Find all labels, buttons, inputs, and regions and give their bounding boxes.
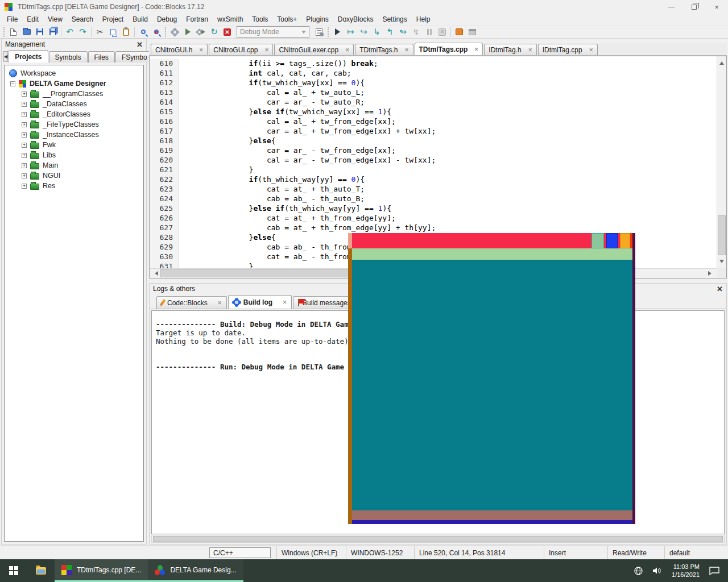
scroll-up-icon[interactable]	[719, 59, 724, 65]
app-preview-window[interactable]	[348, 233, 635, 524]
compiler-options-button[interactable]	[312, 26, 325, 38]
find-button[interactable]	[136, 26, 150, 38]
vertical-scrollbar[interactable]	[717, 56, 726, 268]
expander-plus-icon[interactable]: +	[22, 132, 27, 138]
tree-item-editorclasses[interactable]: +_EditorClasses	[5, 109, 143, 119]
logs-horizontal-scrollbar[interactable]	[151, 535, 725, 543]
titlebar[interactable]: TDtmlTags.cpp [DELTA Game Designer] - Co…	[0, 0, 728, 14]
line-number[interactable]: 631	[150, 261, 179, 268]
scroll-left-icon[interactable]	[152, 271, 158, 276]
rebuild-button[interactable]: ↻	[208, 26, 221, 38]
step-out-button[interactable]: ↰	[383, 26, 396, 38]
step-into-button[interactable]: ↳	[370, 26, 383, 38]
replace-button[interactable]	[150, 26, 163, 38]
redo-button[interactable]: ↷	[76, 26, 89, 38]
line-number[interactable]: 623	[150, 184, 179, 194]
line-number[interactable]: 621	[150, 165, 179, 174]
line-number[interactable]: 628	[150, 232, 179, 242]
tabs-scroll-left-button[interactable]: ◀	[3, 51, 8, 62]
tree-item-filetypeclasses[interactable]: +_FileTypeClasses	[5, 119, 143, 130]
tree-item-res[interactable]: +Res	[5, 181, 143, 191]
preview-canvas[interactable]	[352, 260, 632, 510]
line-number[interactable]: 611	[150, 68, 179, 78]
expander-minus-icon[interactable]: −	[10, 81, 15, 86]
tab-fsymbo[interactable]: FSymbo	[115, 51, 154, 63]
scroll-down-icon[interactable]	[719, 260, 724, 265]
line-number[interactable]: 612	[150, 78, 179, 88]
expander-plus-icon[interactable]: +	[22, 163, 27, 168]
tree-item-delta-game-designer[interactable]: −DELTA Game Designer	[5, 78, 143, 89]
logs-tab-code-blocks[interactable]: Code::Blocks×	[156, 296, 227, 309]
menu-item-doxyblocks[interactable]: DoxyBlocks	[333, 14, 378, 24]
paste-button[interactable]	[119, 26, 133, 38]
expander-plus-icon[interactable]: +	[22, 173, 27, 178]
menu-item-debug[interactable]: Debug	[152, 14, 181, 24]
toolbar-gripper[interactable]	[3, 27, 5, 37]
tab-symbols[interactable]: Symbols	[49, 51, 88, 63]
network-icon[interactable]	[634, 566, 643, 576]
stop-debug-button[interactable]: ✕	[436, 26, 449, 38]
menu-item-fortran[interactable]: Fortran	[181, 14, 213, 24]
pause-debug-button[interactable]	[423, 26, 436, 38]
close-logs-icon[interactable]: ✕	[717, 285, 723, 293]
close-tab-icon[interactable]: ×	[264, 46, 268, 54]
line-number[interactable]: 626	[150, 213, 179, 223]
menu-item-view[interactable]: View	[43, 14, 67, 24]
line-number[interactable]: 615	[150, 107, 179, 117]
tab-projects[interactable]: Projects	[9, 50, 48, 63]
save-button[interactable]	[33, 26, 46, 38]
file-explorer-button[interactable]	[27, 559, 55, 582]
step-into-instruction-button[interactable]: ↯	[410, 26, 423, 38]
close-tab-icon[interactable]: ×	[528, 46, 532, 54]
expander-plus-icon[interactable]: +	[22, 184, 27, 189]
line-number[interactable]: 624	[150, 194, 179, 203]
tree-item-workspace[interactable]: Workspace	[5, 68, 143, 78]
build-target-select[interactable]: Debug Mode	[237, 26, 309, 38]
tree-item-dataclasses[interactable]: +_DataClasses	[5, 99, 143, 109]
line-number[interactable]: 610	[150, 59, 179, 68]
editor-tab-cnitroguilexer-cpp[interactable]: CNitroGuiLexer.cpp×	[274, 44, 354, 55]
preview-titlebar[interactable]	[352, 233, 632, 248]
editor-tab-idtmltag-h[interactable]: IDtmlTag.h×	[484, 44, 536, 55]
line-number[interactable]: 620	[150, 155, 179, 165]
expander-plus-icon[interactable]: +	[22, 92, 27, 97]
line-number[interactable]: 617	[150, 126, 179, 136]
line-number[interactable]: 627	[150, 223, 179, 232]
expander-plus-icon[interactable]: +	[22, 112, 27, 117]
editor-tab-idtmltag-cpp[interactable]: IDtmlTag.cpp×	[538, 44, 598, 55]
editor-tab-cnitrogui-cpp[interactable]: CNitroGUI.cpp×	[209, 44, 273, 55]
tree-item-programclasses[interactable]: +__ProgramClasses	[5, 89, 143, 99]
scroll-right-icon[interactable]	[708, 271, 714, 276]
line-number[interactable]: 625	[150, 203, 179, 213]
menu-item-wxsmith[interactable]: wxSmith	[213, 14, 247, 24]
new-file-button[interactable]	[7, 26, 20, 38]
next-instruction-button[interactable]: ↬	[396, 26, 410, 38]
restore-button[interactable]	[682, 0, 705, 14]
vertical-scrollbar-thumb[interactable]	[718, 215, 726, 255]
taskbar-app-delta-game-desig[interactable]: DELTA Game Desig...	[148, 559, 243, 582]
menu-item-file[interactable]: File	[2, 14, 22, 24]
logs-tab-build-log[interactable]: Build log×	[228, 295, 292, 309]
tree-item-ngui[interactable]: +NGUI	[5, 171, 143, 181]
line-number[interactable]: 614	[150, 97, 179, 107]
project-tree[interactable]: Workspace−DELTA Game Designer+__ProgramC…	[4, 65, 144, 542]
editor-tab-tdtmltags-h[interactable]: TDtmlTags.h×	[355, 44, 413, 55]
menu-item-build[interactable]: Build	[128, 14, 152, 24]
undo-button[interactable]: ↶	[63, 26, 76, 38]
copy-button[interactable]	[106, 26, 119, 38]
tab-files[interactable]: Files	[88, 51, 115, 63]
close-tab-icon[interactable]: ×	[474, 45, 478, 53]
preview-orange-button[interactable]	[620, 233, 630, 248]
menu-item-edit[interactable]: Edit	[22, 14, 43, 24]
volume-icon[interactable]	[652, 566, 663, 575]
minimize-button[interactable]	[660, 0, 682, 14]
logs-scrollbar-thumb[interactable]	[153, 536, 723, 542]
close-panel-icon[interactable]: ✕	[136, 40, 143, 49]
taskbar-app-tdtmltags-cpp-de[interactable]: TDtmlTags.cpp [DE...	[55, 559, 148, 582]
menu-item-help[interactable]: Help	[412, 14, 435, 24]
open-file-button[interactable]	[20, 26, 33, 38]
menu-item-tools[interactable]: Tools	[247, 14, 272, 24]
menu-item-plugins[interactable]: Plugins	[301, 14, 333, 24]
build-and-run-button[interactable]	[195, 26, 208, 38]
close-button[interactable]: ×	[705, 0, 728, 14]
